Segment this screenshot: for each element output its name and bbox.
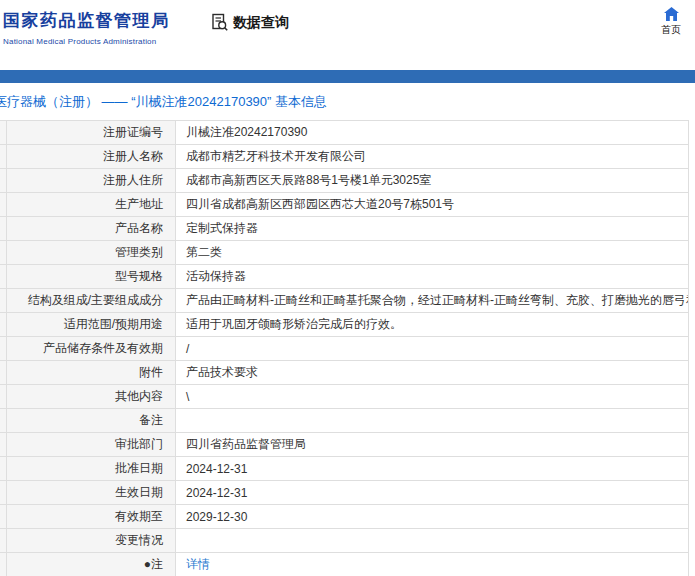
data-query-icon [210,13,229,32]
row-label: 生产地址 [7,193,176,217]
data-query-label: 数据查询 [233,14,289,32]
row-value: 第二类 [176,241,689,265]
blue-divider-bar [0,70,695,83]
row-label: 结构及组成/主要组成成分 [7,289,176,313]
row-label: 生效日期 [7,481,176,505]
row-label: 注册人住所 [7,169,176,193]
site-logo: 国家药品监督管理局 National Medical Products Admi… [3,9,170,46]
table-row: 结构及组成/主要组成成分产品由正畸材料-正畸丝和正畸基托聚合物，经过正畸材料-正… [0,289,689,313]
row-value: 四川省药品监督管理局 [176,433,689,457]
row-value: 2024-12-31 [176,457,689,481]
row-value: 2029-12-30 [176,505,689,529]
row-value: 活动保持器 [176,265,689,289]
table-row: 注册人住所成都市高新西区天辰路88号1号楼1单元3025室 [0,169,689,193]
table-row: 附件产品技术要求 [0,361,689,385]
table-row: 产品储存条件及有效期/ [0,337,689,361]
row-value: 产品由正畸材料-正畸丝和正畸基托聚合物，经过正畸材料-正畸丝弯制、充胶、打磨抛光… [176,289,689,313]
row-value: 详情 [176,553,689,576]
row-value: 适用于巩固牙颌畸形矫治完成后的疗效。 [176,313,689,337]
table-row: 有效期至2029-12-30 [0,505,689,529]
table-row: 注册证编号川械注准20242170390 [0,121,689,145]
row-value: 成都市精艺牙科技术开发有限公司 [176,145,689,169]
row-label: 附件 [7,361,176,385]
row-value [176,529,689,553]
row-value: 产品技术要求 [176,361,689,385]
row-label: 备注 [7,409,176,433]
row-label: 有效期至 [7,505,176,529]
table-row: 其他内容\ [0,385,689,409]
table-row: 生产地址四川省成都高新区西部园区西芯大道20号7栋501号 [0,193,689,217]
table-row: ●注详情 [0,553,689,576]
org-name-english: National Medical Products Administration [3,37,170,46]
row-label: 产品名称 [7,217,176,241]
row-value: 2024-12-31 [176,481,689,505]
table-row: 适用范围/预期用途适用于巩固牙颌畸形矫治完成后的疗效。 [0,313,689,337]
row-label: 产品储存条件及有效期 [7,337,176,361]
details-link[interactable]: 详情 [186,557,210,571]
row-label: 注册人名称 [7,145,176,169]
row-value: / [176,337,689,361]
org-name: 国家药品监督管理局 [3,9,170,32]
table-row: 批准日期2024-12-31 [0,457,689,481]
row-value: 四川省成都高新区西部园区西芯大道20号7栋501号 [176,193,689,217]
home-label: 首页 [661,23,681,37]
info-table-wrap: 注册证编号川械注准20242170390注册人名称成都市精艺牙科技术开发有限公司… [0,120,689,576]
row-label: 批准日期 [7,457,176,481]
row-label: ●注 [7,553,176,576]
row-label: 型号规格 [7,265,176,289]
table-row: 注册人名称成都市精艺牙科技术开发有限公司 [0,145,689,169]
table-row: 审批部门四川省药品监督管理局 [0,433,689,457]
row-label: 审批部门 [7,433,176,457]
registration-info-table: 注册证编号川械注准20242170390注册人名称成都市精艺牙科技术开发有限公司… [0,120,689,576]
home-button[interactable]: 首页 [661,7,681,37]
row-label: 其他内容 [7,385,176,409]
nav-data-query[interactable]: 数据查询 [210,13,289,32]
home-icon [661,7,681,21]
table-row: 生效日期2024-12-31 [0,481,689,505]
row-value: 川械注准20242170390 [176,121,689,145]
table-row: 变更情况 [0,529,689,553]
row-label: 变更情况 [7,529,176,553]
top-header: 国家药品监督管理局 National Medical Products Admi… [0,0,695,70]
page-title: 医疗器械（注册） —— “川械注准20242170390” 基本信息 [0,83,695,120]
table-row: 型号规格活动保持器 [0,265,689,289]
table-row: 产品名称定制式保持器 [0,217,689,241]
row-value: \ [176,385,689,409]
row-value [176,409,689,433]
row-label: 管理类别 [7,241,176,265]
table-row: 备注 [0,409,689,433]
row-label: 注册证编号 [7,121,176,145]
row-value: 成都市高新西区天辰路88号1号楼1单元3025室 [176,169,689,193]
table-row: 管理类别第二类 [0,241,689,265]
row-label: 适用范围/预期用途 [7,313,176,337]
row-value: 定制式保持器 [176,217,689,241]
